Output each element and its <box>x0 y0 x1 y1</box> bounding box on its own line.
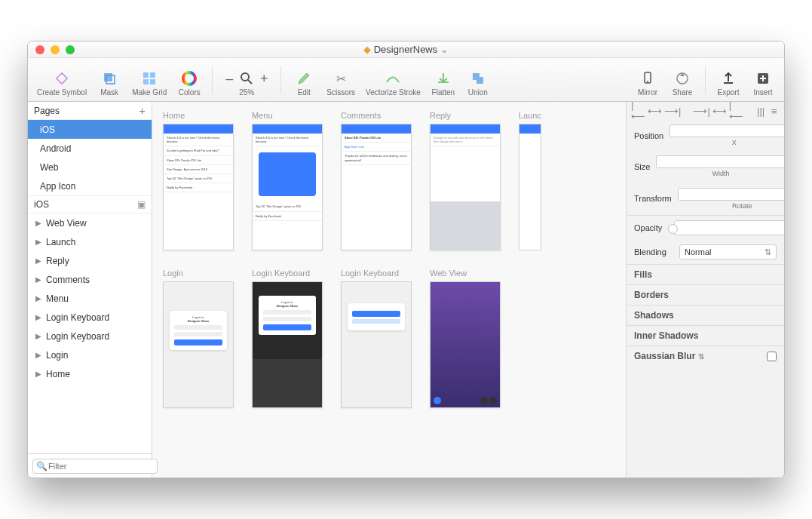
left-sidebar: Pages + iOS Android Web App Icon iOS ▣ ▶… <box>28 102 152 478</box>
close-icon[interactable] <box>35 45 44 54</box>
colors-button[interactable]: Colors <box>174 58 204 101</box>
zoom-window-icon[interactable] <box>66 45 75 54</box>
search-icon: 🔍 <box>36 461 47 471</box>
insert-button[interactable]: Insert <box>748 58 778 101</box>
distribute-v-button[interactable]: ≡ <box>768 104 780 118</box>
flatten-icon <box>435 70 452 87</box>
page-item-app-icon[interactable]: App Icon <box>28 177 152 195</box>
pages-list: iOS Android Web App Icon <box>28 120 152 195</box>
export-icon <box>720 70 737 87</box>
titlebar[interactable]: ◆ DesignerNews ⌄ <box>28 41 784 58</box>
scissors-button[interactable]: ✂ Scissors <box>323 58 358 101</box>
rotate-input[interactable] <box>678 188 784 201</box>
gaussian-blur-section[interactable]: Gaussian Blur ⇅ <box>627 345 784 366</box>
width-input[interactable] <box>656 155 784 168</box>
artboard-reply[interactable]: Reply Designers should code because it w… <box>430 111 501 250</box>
union-button[interactable]: Union <box>463 58 493 101</box>
chevron-right-icon <box>489 397 497 404</box>
layer-item[interactable]: ▶Menu <box>28 289 152 308</box>
close-icon <box>434 397 441 404</box>
align-right-button[interactable]: ⟶| <box>664 104 681 118</box>
vectorize-button[interactable]: Vectorize Stroke <box>363 58 424 101</box>
mask-icon <box>101 70 118 87</box>
layer-item[interactable]: ▶Login Keyboard <box>28 327 152 345</box>
align-center-h-button[interactable]: ⟷ <box>648 104 662 118</box>
svg-rect-3 <box>143 72 149 78</box>
make-grid-button[interactable]: Make Grid <box>129 58 170 101</box>
canvas[interactable]: Home Sketch 3.6 is out now ! Check the l… <box>152 102 626 478</box>
export-button[interactable]: Export <box>713 58 743 101</box>
page-item-ios[interactable]: iOS <box>28 120 152 139</box>
svg-point-8 <box>241 73 249 81</box>
mirror-button[interactable]: Mirror <box>633 58 663 101</box>
opacity-input[interactable] <box>674 220 784 235</box>
svg-line-9 <box>248 80 252 84</box>
add-page-button[interactable]: + <box>139 104 146 117</box>
edit-button[interactable]: Edit <box>289 58 319 101</box>
transform-row: Transform Rotate ◁ ▷ Flip <box>627 182 784 215</box>
magnifier-icon[interactable] <box>238 70 255 87</box>
fills-section[interactable]: Fills <box>627 264 784 284</box>
share-button[interactable]: Share <box>667 58 697 101</box>
gaussian-blur-checkbox[interactable] <box>767 352 777 361</box>
svg-point-11 <box>647 81 648 82</box>
chevron-right-icon: ▶ <box>35 294 41 302</box>
window-title: ◆ DesignerNews ⌄ <box>28 44 784 55</box>
opacity-row: Opacity <box>627 216 784 240</box>
page-item-android[interactable]: Android <box>28 139 152 158</box>
artboard-login-keyboard-2[interactable]: Login Keyboard <box>341 269 412 408</box>
blending-select[interactable]: Normal ⇅ <box>679 244 777 260</box>
inner-shadows-section[interactable]: Inner Shadows <box>627 325 784 345</box>
layer-item[interactable]: ▶Home <box>28 364 152 383</box>
artboard-menu[interactable]: Menu Sketch 3.6 is out now ! Check the l… <box>252 111 323 250</box>
layer-item[interactable]: ▶Login <box>28 345 152 364</box>
mask-button[interactable]: Mask <box>94 58 124 101</box>
align-bottom-button[interactable]: |⟵ <box>729 104 743 118</box>
artboard-web-view[interactable]: Web View <box>430 269 501 408</box>
layer-item[interactable]: ▶Login Keyboard <box>28 308 152 327</box>
layer-item[interactable]: ▶Reply <box>28 251 152 270</box>
svg-rect-0 <box>57 73 67 84</box>
sidebar-footer: 🔍 📋 ⟋ 123 <box>28 453 152 478</box>
zoom-out-button[interactable]: – <box>223 71 235 87</box>
filter-input[interactable] <box>32 459 158 474</box>
borders-section[interactable]: Borders <box>627 284 784 305</box>
svg-rect-1 <box>104 73 112 81</box>
chevron-right-icon: ▶ <box>35 332 41 340</box>
chevron-right-icon: ▶ <box>35 219 41 227</box>
layer-item[interactable]: ▶Comments <box>28 270 152 289</box>
position-x-input[interactable] <box>670 124 784 137</box>
chevron-right-icon: ▶ <box>35 256 41 265</box>
artboard-grid: Home Sketch 3.6 is out now ! Check the l… <box>163 111 615 408</box>
layers-list: ▶Web View ▶Launch ▶Reply ▶Comments ▶Menu… <box>28 213 152 453</box>
layer-item[interactable]: ▶Web View <box>28 213 152 232</box>
mirror-icon <box>639 70 656 87</box>
layers-section-header: iOS ▣ <box>28 195 152 213</box>
artboard-login-keyboard-1[interactable]: Login Keyboard Log in to Designer News <box>252 269 323 408</box>
pages-label: Pages <box>34 106 60 116</box>
artboard-comments[interactable]: Comments Show DN: Panda iOS Lite App Sto… <box>341 111 412 250</box>
app-window: ◆ DesignerNews ⌄ Create Symbol Mask Make… <box>27 41 785 478</box>
distribute-h-button[interactable]: ||| <box>755 104 767 118</box>
union-icon <box>470 70 486 87</box>
align-left-button[interactable]: |⟵ <box>631 104 645 118</box>
align-center-v-button[interactable]: ⟷ <box>712 104 727 118</box>
artboard-login[interactable]: Login Log in to Designer News <box>163 269 234 408</box>
artboard-home[interactable]: Home Sketch 3.6 is out now ! Check the l… <box>163 111 234 250</box>
shadows-section[interactable]: Shadows <box>627 305 784 325</box>
layer-item[interactable]: ▶Launch <box>28 232 152 251</box>
color-wheel-icon <box>181 70 198 87</box>
scissors-icon: ✂ <box>332 70 349 87</box>
create-symbol-button[interactable]: Create Symbol <box>34 58 90 101</box>
svg-rect-4 <box>150 72 155 78</box>
zoom-in-button[interactable]: + <box>258 71 270 87</box>
page-item-web[interactable]: Web <box>28 158 152 177</box>
minimize-icon[interactable] <box>51 45 60 54</box>
svg-point-7 <box>183 72 195 84</box>
artboard-icon: ▣ <box>137 199 146 210</box>
align-top-button[interactable]: ⟶| <box>693 104 709 118</box>
size-row: Size Width 🔒 Height <box>627 151 784 182</box>
flatten-button[interactable]: Flatten <box>428 58 458 101</box>
inspector-panel: |⟵ ⟷ ⟶| ⟶| ⟷ |⟵ ||| ≡ Position X Y Size … <box>626 102 784 478</box>
artboard-launch[interactable]: Launch <box>519 111 541 250</box>
